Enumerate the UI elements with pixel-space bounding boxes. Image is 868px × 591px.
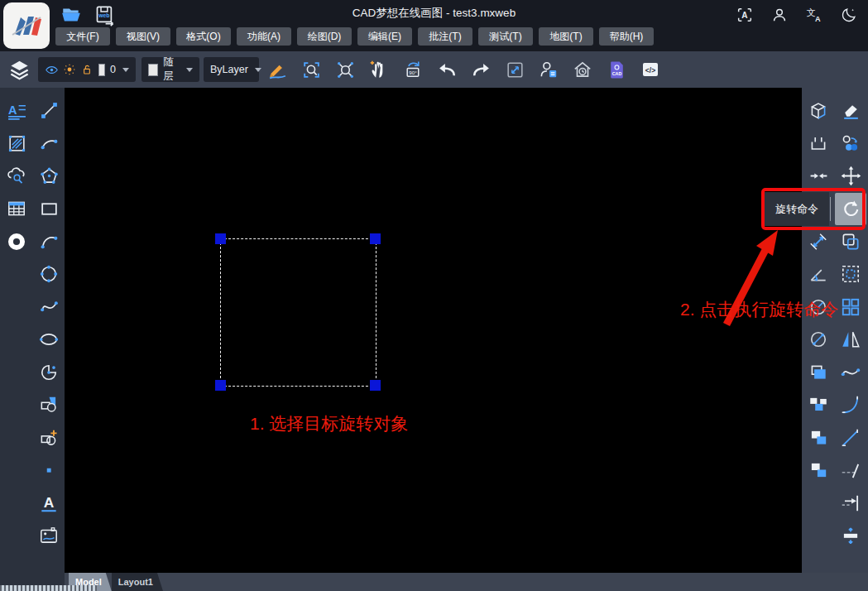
translate-icon[interactable]: 文A xyxy=(805,6,823,24)
tool-mirror[interactable] xyxy=(837,325,865,353)
tool-join[interactable] xyxy=(804,162,832,190)
selection-grip[interactable] xyxy=(215,380,226,391)
tool-measure-length[interactable] xyxy=(804,228,832,256)
color-selector[interactable]: 随层 xyxy=(141,57,199,82)
app-logo[interactable] xyxy=(3,2,50,49)
tool-line[interactable] xyxy=(35,97,63,125)
tool-fillet[interactable] xyxy=(837,391,865,419)
chevron-down-icon xyxy=(186,68,193,72)
chevron-down-icon xyxy=(255,68,261,72)
tool-polygon[interactable] xyxy=(35,162,63,190)
tool-array[interactable] xyxy=(837,293,865,321)
selected-rectangle[interactable] xyxy=(220,238,376,387)
tool-select-window[interactable] xyxy=(837,260,865,288)
tool-lengthen[interactable] xyxy=(837,521,865,550)
right-tool-sidebar xyxy=(802,88,868,573)
tool-measure-angle[interactable] xyxy=(804,260,832,288)
tool-measure-diameter[interactable] xyxy=(804,325,832,353)
redo-button[interactable] xyxy=(470,59,492,80)
tool-ellipse[interactable] xyxy=(35,325,63,353)
tool-order-backward[interactable] xyxy=(804,456,832,484)
open-folder-icon[interactable] xyxy=(60,3,83,26)
tool-donut[interactable] xyxy=(2,228,31,256)
empty-slot xyxy=(2,391,31,419)
menu-item[interactable]: 格式(O) xyxy=(176,27,231,46)
selection-grip[interactable] xyxy=(215,233,226,244)
tool-text[interactable]: A xyxy=(35,489,63,517)
tool-circle[interactable] xyxy=(35,260,63,288)
selection-grip[interactable] xyxy=(370,233,381,244)
rotate-90-button[interactable]: 90° xyxy=(402,59,424,80)
tool-block-create[interactable] xyxy=(35,424,63,452)
tool-table[interactable] xyxy=(2,195,31,223)
layer-value: 0 xyxy=(110,64,116,75)
layer-selector[interactable]: 0 xyxy=(38,57,136,82)
night-mode-icon[interactable] xyxy=(840,6,858,24)
menu-item[interactable]: 地图(T) xyxy=(539,27,593,46)
layers-button[interactable] xyxy=(8,51,31,88)
tool-spline-edit[interactable] xyxy=(837,358,865,387)
tool-hatch[interactable] xyxy=(2,129,31,157)
tool-eraser[interactable] xyxy=(837,97,865,125)
tool-copy[interactable] xyxy=(837,129,865,157)
menu-item[interactable]: 绘图(D) xyxy=(297,27,352,46)
measure-button[interactable] xyxy=(504,59,525,80)
user-list-button[interactable] xyxy=(538,59,559,80)
tool-order-back[interactable] xyxy=(804,391,832,419)
eye-icon[interactable] xyxy=(45,63,59,77)
undo-button[interactable] xyxy=(436,59,458,80)
tool-chamfer[interactable] xyxy=(837,424,865,452)
tab-layout1[interactable]: Layout1 xyxy=(112,573,163,591)
save-web-icon[interactable]: web xyxy=(93,3,116,26)
tool-point[interactable] xyxy=(35,456,63,484)
menu-item[interactable]: 帮助(H) xyxy=(599,27,654,46)
titlebar-left-icons: web xyxy=(60,3,116,26)
menu-item[interactable]: 功能(A) xyxy=(237,27,291,46)
user-icon[interactable] xyxy=(770,6,789,24)
tool-stretch[interactable] xyxy=(804,129,832,157)
svg-text:A: A xyxy=(8,103,17,117)
draw-pencil-button[interactable] xyxy=(266,59,288,80)
svg-text:CAD: CAD xyxy=(611,71,621,76)
menu-item[interactable]: 批注(T) xyxy=(418,27,472,46)
drawing-canvas[interactable]: 1. 选择目标旋转对象 xyxy=(65,88,802,573)
menu-item[interactable]: 测试(T) xyxy=(478,27,533,46)
menu-item[interactable]: 视图(V) xyxy=(116,27,170,46)
cad-file-button[interactable]: CAD xyxy=(606,59,627,80)
tool-arc-3point[interactable] xyxy=(35,228,63,256)
tool-order-forward[interactable] xyxy=(804,424,832,452)
menu-item[interactable]: 编辑(E) xyxy=(357,27,412,46)
tool-text-style[interactable]: A xyxy=(2,97,31,125)
unlock-icon[interactable] xyxy=(80,63,94,76)
selection-grip[interactable] xyxy=(370,380,381,391)
menu-item[interactable]: 文件(F) xyxy=(55,27,110,46)
tool-move[interactable] xyxy=(837,162,865,190)
zoom-object-button[interactable] xyxy=(334,59,356,80)
code-window-button[interactable]: </> xyxy=(640,59,661,80)
svg-text:</>: </> xyxy=(645,66,655,74)
sun-icon[interactable] xyxy=(63,63,76,76)
svg-text:A: A xyxy=(741,11,748,20)
svg-text:A: A xyxy=(815,15,821,23)
tool-arc[interactable] xyxy=(35,129,63,157)
tool-offset[interactable] xyxy=(837,228,865,256)
tool-extend[interactable] xyxy=(837,489,865,517)
home-time-button[interactable] xyxy=(572,59,593,80)
zoom-window-button[interactable] xyxy=(300,59,322,80)
ai-icon[interactable]: A xyxy=(736,6,754,24)
empty-slot xyxy=(2,489,31,517)
tool-rectangle[interactable] xyxy=(35,195,63,223)
pan-hand-button[interactable] xyxy=(368,59,390,80)
left-tool-sidebar: AA xyxy=(0,88,65,591)
tool-order-front[interactable] xyxy=(804,358,832,387)
tool-revision-cloud[interactable] xyxy=(2,162,31,190)
color-value: 随层 xyxy=(163,55,180,84)
tool-box-3d[interactable] xyxy=(804,97,832,125)
tool-spline[interactable] xyxy=(35,293,63,321)
tool-trim[interactable] xyxy=(837,456,865,484)
layer-color-swatch xyxy=(98,64,105,76)
tool-pie[interactable] xyxy=(35,358,63,387)
linetype-selector[interactable]: ByLayer xyxy=(204,57,259,82)
tool-image[interactable] xyxy=(35,521,63,550)
tool-block-insert[interactable] xyxy=(35,391,63,419)
